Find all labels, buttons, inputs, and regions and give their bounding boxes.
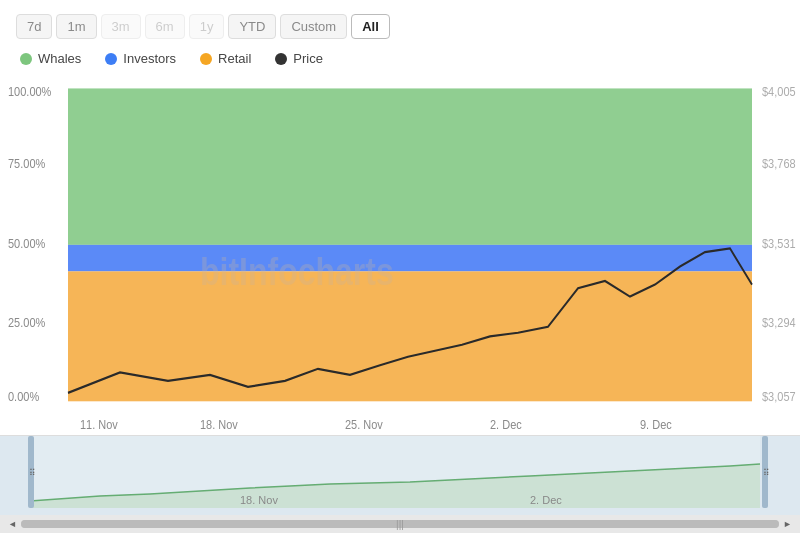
chart-area: 100.00% 75.00% 50.00% 25.00% 0.00% $4,00… (0, 74, 800, 435)
time-btn-3m[interactable]: 3m (101, 14, 141, 39)
time-btn-1m[interactable]: 1m (56, 14, 96, 39)
time-btn-ytd[interactable]: YTD (228, 14, 276, 39)
retail-band (68, 271, 752, 401)
legend-item-price: Price (275, 51, 323, 66)
legend-dot-investors (105, 53, 117, 65)
legend-label-investors: Investors (123, 51, 176, 66)
legend-label-retail: Retail (218, 51, 251, 66)
time-range-bar: 7d1m3m6m1yYTDCustomAll (0, 10, 800, 47)
y-label-25: 25.00% (8, 315, 45, 330)
main-container: 7d1m3m6m1yYTDCustomAll WhalesInvestorsRe… (0, 0, 800, 533)
x-label-3: 25. Nov (345, 417, 384, 432)
x-label-4: 2. Dec (490, 417, 522, 432)
x-label-2: 18. Nov (200, 417, 239, 432)
y-label-100: 100.00% (8, 84, 52, 99)
mini-x-label-2: 2. Dec (530, 494, 562, 506)
scroll-right-arrow[interactable]: ► (779, 519, 796, 529)
legend-item-whales: Whales (20, 51, 81, 66)
investor-band (68, 245, 752, 271)
y-label-right-3: $3,531 (762, 237, 796, 252)
legend-label-whales: Whales (38, 51, 81, 66)
legend-dot-retail (200, 53, 212, 65)
y-label-50: 50.00% (8, 237, 45, 252)
time-btn-1y[interactable]: 1y (189, 14, 225, 39)
legend-label-price: Price (293, 51, 323, 66)
mini-handle-right-icon: ⠿ (763, 468, 770, 478)
y-label-0: 0.00% (8, 389, 39, 404)
scroll-left-arrow[interactable]: ◄ (4, 519, 21, 529)
legend: WhalesInvestorsRetailPrice (0, 47, 800, 74)
y-label-right-2: $3,768 (762, 156, 796, 171)
legend-dot-price (275, 53, 287, 65)
time-btn-6m[interactable]: 6m (145, 14, 185, 39)
legend-item-retail: Retail (200, 51, 251, 66)
scroll-center-mark: ||| (396, 519, 404, 530)
y-label-right-1: $4,005 (762, 84, 796, 99)
svg-rect-1 (30, 436, 760, 508)
x-label-5: 9. Dec (640, 417, 672, 432)
y-label-right-4: $3,294 (762, 315, 796, 330)
mini-handle-left-icon: ⠿ (29, 468, 36, 478)
scrollbar[interactable]: ◄ ||| ► (0, 515, 800, 533)
time-btn-all[interactable]: All (351, 14, 390, 39)
y-label-75: 75.00% (8, 156, 45, 171)
legend-item-investors: Investors (105, 51, 176, 66)
x-label-1: 11. Nov (80, 417, 119, 432)
y-label-right-5: $3,057 (762, 389, 796, 404)
watermark: bitInfocharts (200, 250, 394, 294)
time-btn-custom[interactable]: Custom (280, 14, 347, 39)
mini-x-label-1: 18. Nov (240, 494, 278, 506)
legend-dot-whales (20, 53, 32, 65)
whale-band (68, 88, 752, 244)
mini-chart: ⠿ ⠿ 18. Nov 2. Dec (0, 435, 800, 515)
time-btn-7d[interactable]: 7d (16, 14, 52, 39)
